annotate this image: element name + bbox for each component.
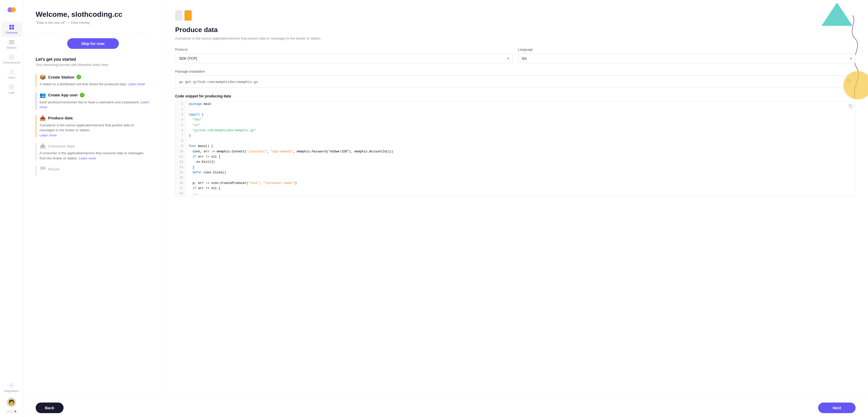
- svg-rect-17: [848, 80, 851, 83]
- svg-rect-8: [9, 43, 14, 44]
- step-consume: 📥 Consume data A consumer is the applica…: [36, 143, 150, 161]
- divider-1: [36, 33, 150, 33]
- produce-title: Produce data: [175, 26, 856, 34]
- language-select-wrapper: Go Python Node.js TypeScript NestJS .NET: [518, 54, 856, 63]
- code-line-6: 6 "github.com/memphisdev/memphis.go": [176, 128, 855, 133]
- step-desc-station: A station is a distributed unit that sto…: [39, 82, 150, 87]
- logs-icon: [9, 84, 14, 90]
- code-line-17: 17 if err != nil {: [176, 186, 855, 191]
- sidebar-item-overview[interactable]: Overview: [1, 22, 22, 37]
- bottom-bar: Back Next: [23, 398, 868, 417]
- code-line-11: 11 if err != nil {: [176, 154, 855, 159]
- step-check-station: ✓: [76, 75, 81, 79]
- get-started-subtitle: Your streaming journey with Memphis star…: [36, 63, 150, 67]
- step-bar-consume: [36, 143, 36, 161]
- svg-rect-2: [9, 25, 11, 27]
- copy-package-button[interactable]: [846, 78, 852, 85]
- code-line-1: 1 package main: [176, 101, 855, 107]
- svg-rect-7: [9, 41, 14, 42]
- step-title-consume: 📥 Consume data: [39, 143, 150, 149]
- step-desc-produce: A producer is the source application/ser…: [39, 123, 150, 138]
- step-content-produce: 📤 Produce data A producer is the source …: [39, 115, 150, 138]
- step-produce: 📤 Produce data A producer is the source …: [36, 115, 150, 138]
- app-logo: [6, 4, 17, 16]
- svg-rect-5: [12, 27, 14, 29]
- produce-icon-left: [175, 10, 182, 21]
- package-input-row: go get github.com/memphisdev/memphis.go: [175, 76, 856, 88]
- back-button[interactable]: Back: [36, 403, 64, 413]
- step-content-station: 📦 Create Station ✓ A station is a distri…: [39, 74, 150, 87]
- integrations-label: Integrations: [4, 389, 19, 392]
- step-title-user: 👥 Create App user ✓: [39, 92, 150, 98]
- sidebar-item-label-users: Users: [8, 76, 15, 79]
- code-snippet-label: Code snippet for producing data: [175, 94, 856, 98]
- users-icon: [9, 69, 14, 75]
- code-line-3: 3 import (: [176, 112, 855, 117]
- copy-code-button[interactable]: [848, 104, 853, 109]
- code-line-7: 7 ): [176, 133, 855, 138]
- step-desc-user: Each producer/consumer has to have a use…: [39, 100, 150, 110]
- welcome-title: Welcome, slothcoding.cc: [36, 10, 150, 19]
- sidebar-item-schemaverse[interactable]: Schemaverse: [1, 52, 22, 67]
- next-button[interactable]: Next: [818, 403, 856, 413]
- svg-rect-6: [9, 40, 14, 41]
- code-line-15: 15: [176, 175, 855, 180]
- step-content-consume: 📥 Consume data A consumer is the applica…: [39, 143, 150, 161]
- step-content-finish: 🏁 Finish: [39, 166, 150, 176]
- protocol-select[interactable]: SDK (TCP) REST WebSocket: [175, 54, 513, 63]
- code-line-12: 12 os.Exit(1): [176, 159, 855, 165]
- svg-rect-4: [9, 27, 11, 29]
- learn-more-station[interactable]: Learn more: [128, 82, 145, 86]
- sidebar-item-label-stations: Stations: [6, 46, 17, 49]
- sidebar-item-label-schemaverse: Schemaverse: [3, 61, 20, 64]
- version-badge: v1.1.1: [7, 410, 16, 413]
- learn-more-produce[interactable]: Learn more: [39, 133, 57, 137]
- left-panel: Welcome, slothcoding.cc "Data is the new…: [23, 0, 163, 417]
- code-line-16: 16 p, err := conn.CreateProducer("test",…: [176, 181, 855, 186]
- sidebar-item-users[interactable]: Users: [1, 67, 22, 82]
- code-line-14: 14 defer conn.Close(): [176, 170, 855, 175]
- svg-point-9: [10, 70, 13, 72]
- user-avatar[interactable]: 🧑: [7, 398, 16, 407]
- svg-rect-18: [850, 106, 852, 108]
- step-bar-finish: [36, 166, 36, 176]
- step-title-finish: 🏁 Finish: [39, 166, 150, 172]
- sidebar-item-integrations[interactable]: Integrations: [2, 381, 21, 394]
- language-select[interactable]: Go Python Node.js TypeScript NestJS .NET: [518, 54, 856, 63]
- schemaverse-icon: [9, 54, 14, 60]
- code-line-5: 5 "os": [176, 123, 855, 128]
- step-title-station: 📦 Create Station ✓: [39, 74, 150, 80]
- produce-icon-right: [184, 10, 192, 21]
- code-line-9: 9 func main() {: [176, 144, 855, 149]
- produce-description: A producer is the source application/ser…: [175, 36, 856, 40]
- sidebar-bottom: Integrations 🧑 v1.1.1: [2, 381, 21, 413]
- learn-more-consume[interactable]: Learn more: [79, 156, 96, 160]
- svg-point-14: [10, 385, 12, 386]
- code-line-2: 2: [176, 107, 855, 112]
- sidebar-item-stations[interactable]: Stations: [1, 37, 22, 52]
- code-line-10: 10 conn, err := memphis.Connect("localho…: [176, 149, 855, 154]
- protocol-label: Protocol: [175, 48, 513, 52]
- svg-point-1: [10, 7, 16, 12]
- integrations-icon: [8, 383, 14, 388]
- step-title-produce: 📤 Produce data: [39, 115, 150, 121]
- step-create-user: 👥 Create App user ✓ Each producer/consum…: [36, 92, 150, 110]
- code-line-18: 18 ...: [176, 191, 855, 196]
- sidebar-item-label-logs: Logs: [8, 91, 15, 94]
- code-block: 1 package main 2 3 import ( 4 "fmt" 5 "o…: [175, 101, 856, 197]
- overview-icon: [9, 24, 14, 30]
- package-label: Package installation: [175, 69, 856, 73]
- version-text: v1.1.1: [7, 410, 14, 413]
- step-check-user: ✓: [80, 93, 85, 97]
- skip-button[interactable]: Skip for now: [67, 38, 119, 49]
- right-panel: Produce data A producer is the source ap…: [163, 0, 868, 417]
- package-command: go get github.com/memphisdev/memphis.go: [179, 80, 843, 84]
- version-update-dot: [14, 411, 16, 412]
- produce-icon-row: [175, 10, 856, 21]
- form-row-protocol-language: Protocol SDK (TCP) REST WebSocket Langua…: [175, 48, 856, 63]
- step-bar-user: [36, 92, 36, 110]
- step-desc-consume: A consumer is the application/service th…: [39, 151, 150, 161]
- sidebar-item-logs[interactable]: Logs: [1, 82, 22, 97]
- code-line-8: 8: [176, 139, 855, 144]
- protocol-select-wrapper: SDK (TCP) REST WebSocket: [175, 54, 513, 63]
